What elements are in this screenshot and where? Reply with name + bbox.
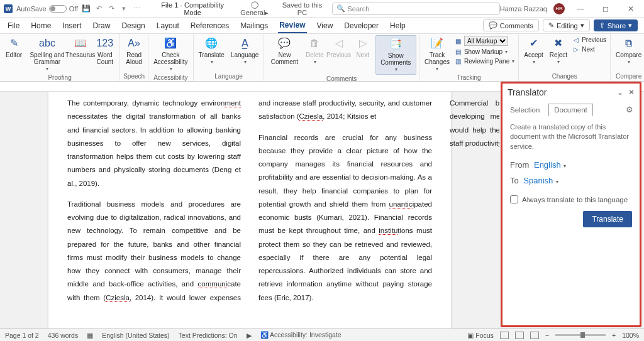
tab-file[interactable]: File (6, 19, 21, 33)
maximize-button[interactable]: ◻ (596, 3, 615, 15)
view-read-icon[interactable] (500, 332, 509, 339)
chevron-down-icon: ▾ (564, 163, 566, 169)
show-markup-icon: ▤ (455, 48, 462, 55)
translator-from-row[interactable]: From English ▾ (510, 160, 632, 170)
reviewing-pane-button[interactable]: ▥Reviewing Pane▾ (453, 57, 516, 65)
tab-review[interactable]: Review (278, 18, 306, 33)
language-button[interactable]: A̲Language▾ (228, 35, 262, 67)
thesaurus-button[interactable]: 📖Thesaurus (69, 35, 91, 60)
new-comment-button[interactable]: 💬New Comment (267, 35, 302, 67)
delete-comment-button[interactable]: 🗑Delete▾ (303, 35, 326, 67)
status-language[interactable]: English (United States) (102, 332, 169, 339)
undo-icon[interactable]: ↶ (94, 4, 103, 13)
search-input[interactable]: 🔍 Search (332, 3, 500, 15)
view-web-icon[interactable] (530, 332, 539, 339)
tab-view[interactable]: View (316, 19, 335, 33)
always-translate-checkbox[interactable]: Always translate to this language (510, 195, 632, 203)
markup-dropdown[interactable]: ▦All Markup (453, 35, 516, 46)
ribbon: ✎Editor abcSpelling and Grammar▾ 📖Thesau… (0, 34, 644, 82)
qat-customize-icon[interactable]: ⋯ (132, 4, 141, 13)
status-words[interactable]: 436 words (48, 332, 78, 339)
document-page[interactable]: The contemporary, dynamic technology env… (48, 92, 451, 328)
autosave-toggle[interactable]: AutoSave Off (16, 5, 78, 13)
translate-action-button[interactable]: Translate (583, 211, 632, 227)
previous-change-button[interactable]: ◁Previous (571, 35, 608, 44)
previous-comment-button[interactable]: ◁Previous (327, 35, 350, 60)
status-focus[interactable]: ▣ Focus (467, 332, 494, 339)
autosave-label: AutoSave (16, 5, 47, 13)
paragraph[interactable]: The contemporary, dynamic technology env… (67, 97, 241, 190)
track-changes-button[interactable]: 📝Track Changes▾ (422, 35, 452, 73)
redo-icon[interactable]: ↷ (107, 4, 116, 13)
close-button[interactable]: ✕ (621, 3, 640, 15)
thesaurus-icon: 📖 (74, 36, 87, 50)
translator-tab-selection[interactable]: Selection (509, 104, 541, 116)
next-icon: ▷ (356, 36, 370, 50)
new-comment-icon: 💬 (277, 36, 291, 50)
pane-close-icon[interactable]: ✕ (628, 88, 635, 97)
word-app-icon: W (4, 4, 13, 13)
tab-references[interactable]: References (189, 19, 230, 33)
group-accessibility: ♿Check Accessibility▾ Accessibility (148, 34, 193, 81)
user-name[interactable]: Hamza Razzaq (500, 5, 547, 13)
next-comment-button[interactable]: ▷Next (352, 35, 374, 60)
translator-to-row[interactable]: To Spanish ▾ (510, 176, 632, 185)
status-macro-icon[interactable]: ▶ (247, 332, 252, 339)
view-print-icon[interactable] (515, 332, 524, 339)
status-accessibility[interactable]: ♿ Accessibility: Investigate (260, 331, 341, 339)
paragraph[interactable]: Financial records are crucial for any bu… (258, 131, 432, 305)
compare-button[interactable]: ⧉Compare▾ (613, 35, 644, 67)
zoom-out-button[interactable]: − (545, 332, 549, 339)
always-translate-input[interactable] (510, 195, 518, 203)
zoom-slider[interactable] (555, 334, 606, 336)
tab-mailings[interactable]: Mailings (239, 19, 269, 33)
comments-button[interactable]: 💬 Comments (483, 19, 539, 31)
editor-button[interactable]: ✎Editor (3, 35, 25, 60)
document-area[interactable]: The contemporary, dynamic technology env… (0, 92, 499, 328)
translator-tab-document[interactable]: Document (548, 104, 592, 116)
tab-home[interactable]: Home (30, 19, 52, 33)
group-compare: ⧉Compare▾ Compare (611, 34, 644, 81)
group-comments: 💬New Comment 🗑Delete▾ ◁Previous ▷Next 📑S… (264, 34, 419, 81)
show-comments-button[interactable]: 📑Show Comments▾ (375, 35, 416, 75)
tab-layout[interactable]: Layout (155, 19, 180, 33)
read-aloud-button[interactable]: A»Read Aloud (123, 35, 145, 67)
tab-developer[interactable]: Developer (343, 19, 380, 33)
reject-button[interactable]: ✖Reject▾ (547, 35, 570, 67)
share-button[interactable]: ⇧ Share ▾ (594, 19, 638, 31)
status-predictions[interactable]: Text Predictions: On (179, 332, 238, 339)
tab-insert[interactable]: Insert (61, 19, 82, 33)
tab-design[interactable]: Design (120, 19, 146, 33)
status-spell-icon[interactable]: ▦ (87, 332, 93, 339)
translator-settings-icon[interactable]: ⚙ (626, 105, 633, 114)
language-icon: A̲ (238, 36, 252, 50)
pane-collapse-icon[interactable]: ⌄ (617, 88, 623, 97)
next-change-icon: ▷ (572, 45, 580, 53)
group-proofing: ✎Editor abcSpelling and Grammar▾ 📖Thesau… (0, 34, 120, 81)
wordcount-button[interactable]: 123Word Count (92, 35, 117, 67)
tab-draw[interactable]: Draw (91, 19, 111, 33)
minimize-button[interactable]: — (571, 3, 590, 15)
translator-title: Translator (508, 87, 547, 97)
check-accessibility-button[interactable]: ♿Check Accessibility▾ (151, 35, 190, 73)
zoom-level[interactable]: 100% (622, 332, 639, 339)
show-markup-button[interactable]: ▤Show Markup▾ (453, 47, 516, 56)
next-change-button[interactable]: ▷Next (571, 45, 608, 53)
zoom-in-button[interactable]: + (612, 332, 616, 339)
save-icon[interactable]: 💾 (82, 4, 91, 13)
group-tracking: 📝Track Changes▾ ▦All Markup ▤Show Markup… (419, 34, 519, 81)
status-page[interactable]: Page 1 of 2 (5, 332, 39, 339)
spelling-button[interactable]: abcSpelling and Grammar▾ (26, 35, 68, 73)
document-location[interactable]: ◯ General▸ (236, 1, 272, 17)
accept-button[interactable]: ✔Accept▾ (521, 35, 546, 67)
toggle-icon (49, 5, 67, 13)
translate-button[interactable]: 🌐Translate▾ (196, 35, 227, 67)
group-label: Proofing (3, 73, 117, 82)
search-icon: 🔍 (336, 4, 345, 13)
read-aloud-icon: A» (127, 36, 141, 50)
qat-more-icon[interactable]: ▾ (119, 4, 128, 13)
user-avatar-icon[interactable]: HR (553, 3, 565, 14)
editing-mode-button[interactable]: ✎ Editing ▾ (543, 19, 590, 31)
paragraph[interactable]: Commercial banks have been looking at an… (450, 97, 499, 150)
tab-help[interactable]: Help (389, 19, 407, 33)
